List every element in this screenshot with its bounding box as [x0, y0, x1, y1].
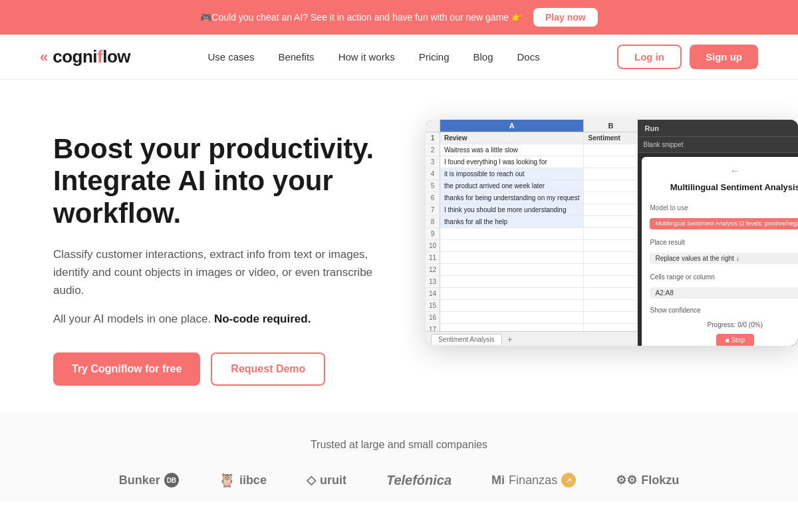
snippet-label: Blank snippet: [643, 141, 683, 148]
iibce-icon: 🦉: [219, 472, 235, 488]
cells-label: Cells range or column: [650, 273, 798, 281]
table-row: 10: [426, 240, 637, 252]
signup-button[interactable]: Sign up: [690, 45, 758, 69]
table-row: 17: [426, 324, 637, 331]
table-row: 3I found everything I was looking for: [426, 156, 637, 168]
hero-image: A B 1 Review Sentiment 2Waitress was a l…: [426, 120, 798, 346]
logo: « cogniflow: [40, 47, 130, 67]
flokzu-name: Flokzu: [641, 473, 679, 487]
nav-blog[interactable]: Blog: [473, 51, 493, 63]
logo-icon: «: [40, 49, 46, 66]
nav-docs[interactable]: Docs: [517, 51, 540, 63]
hero-tagline-bold: No-code required.: [214, 313, 311, 325]
hero-buttons: Try Cogniflow for free Request Demo: [53, 352, 399, 386]
trusted-title: Trusted at large and small companies: [40, 439, 758, 451]
table-row: 8thanks for all the help: [426, 216, 637, 228]
place-label: Place result: [650, 239, 798, 246]
table-row: 9: [426, 228, 637, 240]
model-select[interactable]: Multilingual Sentiment Analysis (2 level…: [650, 218, 798, 229]
navbar: « cogniflow Use cases Benefits How it wo…: [0, 35, 798, 80]
telefonica-name: Telefónica: [386, 473, 452, 488]
logo-telefonica: Telefónica: [386, 473, 452, 488]
try-free-button[interactable]: Try Cogniflow for free: [53, 352, 200, 386]
table-row: 1 Review Sentiment: [426, 132, 637, 144]
place-value[interactable]: Replace values at the right ↓ →: [650, 253, 798, 264]
panel-title: Multilingual Sentiment Analysis: [650, 182, 798, 194]
place-value-text: Replace values at the right ↓: [655, 255, 739, 262]
nav-actions: Log in Sign up: [617, 45, 758, 69]
iibce-name: iibce: [239, 473, 267, 487]
hero-section: Boost your productivity. Integrate AI in…: [0, 80, 798, 412]
bunker-badge: DB: [164, 473, 179, 487]
nav-how-it-works[interactable]: How it works: [338, 51, 395, 63]
bunker-name: Bunker: [119, 473, 160, 487]
nav-links: Use cases Benefits How it works Pricing …: [207, 51, 539, 63]
col-b-header: B: [584, 120, 637, 132]
table-row: 16: [426, 312, 637, 324]
arrow-icon: ←: [730, 165, 740, 177]
nav-benefits[interactable]: Benefits: [278, 51, 314, 63]
sheet-tab[interactable]: Sentiment Analysis: [431, 334, 502, 344]
banner-text: 🎮Could you cheat an AI? See it in action…: [200, 12, 523, 23]
panel-arrow-left: ←: [650, 165, 798, 177]
logo-uruit: ◇ uruit: [307, 473, 346, 487]
request-demo-button[interactable]: Request Demo: [211, 352, 325, 386]
table-row: 4it is impossible to reach out: [426, 168, 637, 180]
model-label: Model to use: [650, 204, 798, 211]
hero-tagline-prefix: All your AI models in one place.: [53, 313, 211, 325]
finanzas-name: Finanzas: [509, 473, 557, 487]
hero-title: Boost your productivity. Integrate AI in…: [53, 133, 399, 229]
panel-header: Run ✕: [638, 120, 798, 137]
play-now-button[interactable]: Play now: [533, 8, 598, 27]
hero-tagline: All your AI models in one place. No-code…: [53, 313, 399, 326]
table-row: 13: [426, 276, 637, 288]
stop-button[interactable]: ■ Stop: [716, 334, 754, 346]
sheet-footer: Sentiment Analysis +: [426, 331, 637, 346]
login-button[interactable]: Log in: [617, 45, 682, 69]
uruit-icon: ◇: [307, 473, 316, 487]
table-row: 12: [426, 264, 637, 276]
hero-title-line2: Integrate AI into your workflow.: [53, 165, 333, 228]
snippet-row: Blank snippet ··· ∨ ⓘ: [638, 137, 798, 153]
logo-mifinanzas: MiFinanzas ↗: [491, 473, 576, 487]
confidence-label: Show confidence: [650, 307, 700, 314]
logo-bunker: Bunker DB: [119, 473, 179, 487]
panel-body: ← Multilingual Sentiment Analysis Model …: [642, 157, 798, 346]
nav-pricing[interactable]: Pricing: [419, 51, 450, 63]
trusted-section: Trusted at large and small companies Bun…: [0, 412, 798, 501]
sheet-left: A B 1 Review Sentiment 2Waitress was a l…: [426, 120, 638, 346]
run-panel: Run ✕ Blank snippet ··· ∨ ⓘ ←: [638, 120, 798, 346]
table-row: 14: [426, 288, 637, 300]
table-row: 15: [426, 300, 637, 312]
col-a-header: A: [440, 120, 584, 132]
progress-text: Progress: 0/0 (0%): [650, 321, 798, 329]
spreadsheet-mockup: A B 1 Review Sentiment 2Waitress was a l…: [426, 120, 798, 346]
run-label: Run: [644, 124, 658, 132]
flokzu-icon: ⚙⚙: [616, 473, 637, 487]
confidence-row: Show confidence: [650, 307, 798, 315]
sheet-rows: 1 Review Sentiment 2Waitress was a littl…: [426, 132, 637, 331]
table-row: 11: [426, 252, 637, 264]
add-sheet-icon[interactable]: +: [507, 334, 513, 344]
table-row: 7I think you should be more understandin…: [426, 204, 637, 216]
cells-value[interactable]: A2:A8: [650, 287, 798, 299]
logo-flokzu: ⚙⚙ Flokzu: [616, 473, 679, 487]
hero-description: Classify customer interactions, extract …: [53, 245, 399, 300]
table-row: 2Waitress was a little slow: [426, 144, 637, 156]
table-row: 6thanks for being understanding on my re…: [426, 192, 637, 204]
logos-row: Bunker DB 🦉 iibce ◇ uruit Telefónica MiF…: [40, 472, 758, 488]
hero-text-block: Boost your productivity. Integrate AI in…: [53, 120, 399, 386]
hero-title-line1: Boost your productivity.: [53, 133, 374, 164]
nav-use-cases[interactable]: Use cases: [207, 51, 254, 63]
cells-value-text: A2:A8: [655, 289, 673, 297]
model-value: Multilingual Sentiment Analysis (2 level…: [655, 220, 798, 227]
mifinanzas-badge: ↗: [561, 473, 576, 487]
logo-iibce: 🦉 iibce: [219, 472, 267, 488]
mi-prefix: Mi: [491, 473, 505, 487]
table-row: 5the product arrived one week later: [426, 180, 637, 192]
uruit-name: uruit: [320, 473, 346, 487]
top-banner: 🎮Could you cheat an AI? See it in action…: [0, 0, 798, 35]
logo-text: cogniflow: [53, 47, 130, 67]
